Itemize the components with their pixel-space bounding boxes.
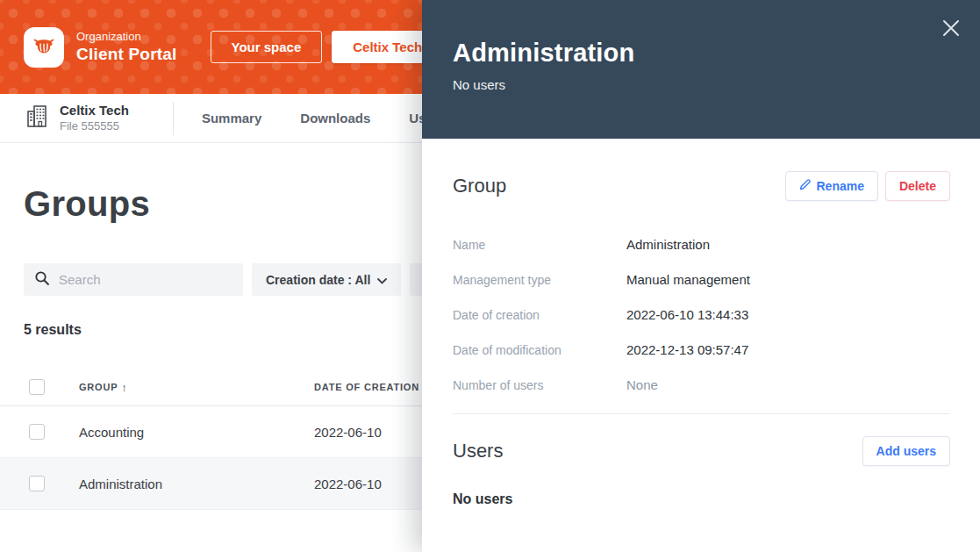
company-name: Celtix Tech <box>60 103 129 119</box>
rename-button[interactable]: Rename <box>785 171 878 201</box>
users-empty-state: No users <box>453 491 950 507</box>
tab-downloads[interactable]: Downloads <box>300 105 370 131</box>
field-number-of-users: Number of users None <box>453 377 950 392</box>
field-label: Number of users <box>453 378 626 392</box>
brand-logo <box>24 27 64 68</box>
company-file-number: File 555555 <box>60 119 129 133</box>
select-all-checkbox[interactable] <box>29 379 45 395</box>
group-actions: Rename Delete <box>785 171 951 201</box>
building-icon <box>26 104 49 133</box>
field-value: 2022-06-10 13:44:33 <box>626 307 748 322</box>
filter-creation-date-label: Creation date : All <box>266 273 370 287</box>
brand-text: Organization Client Portal <box>76 30 177 65</box>
column-group[interactable]: GROUP ↑ <box>79 381 314 394</box>
your-space-button[interactable]: Your space <box>211 31 323 63</box>
panel-body: Group Rename Delete <box>422 139 980 552</box>
search-icon <box>34 270 50 290</box>
delete-button-label: Delete <box>899 179 936 193</box>
company-text: Celtix Tech File 555555 <box>60 103 129 133</box>
field-value: None <box>626 377 658 392</box>
field-label: Name <box>453 238 626 252</box>
field-management-type: Management type Manual management <box>453 272 950 287</box>
pencil-icon <box>799 179 811 193</box>
field-label: Date of creation <box>453 308 626 322</box>
brand: Organization Client Portal <box>24 27 177 68</box>
row-checkbox[interactable] <box>29 424 45 440</box>
panel-subtitle: No users <box>453 77 948 92</box>
field-date-of-modification: Date of modification 2022-12-13 09:57:47 <box>453 342 950 357</box>
field-label: Date of modification <box>453 343 626 357</box>
group-fields: Name Administration Management type Manu… <box>453 237 950 392</box>
field-date-of-creation: Date of creation 2022-06-10 13:44:33 <box>453 307 950 322</box>
section-divider <box>453 413 950 414</box>
group-name-cell: Accounting <box>79 425 314 440</box>
subheader-divider <box>173 102 174 135</box>
header-actions: Your space Celtix Tech <box>211 31 444 63</box>
chevron-down-icon <box>377 273 387 287</box>
tab-summary[interactable]: Summary <box>202 105 261 131</box>
company-info: Celtix Tech File 555555 <box>26 103 129 133</box>
brand-portal-title: Client Portal <box>76 44 177 65</box>
close-panel-button[interactable] <box>936 14 966 44</box>
filter-creation-date[interactable]: Creation date : All <box>252 263 401 296</box>
search-box[interactable] <box>24 263 243 296</box>
add-users-button-label: Add users <box>876 444 936 458</box>
field-label: Management type <box>453 273 626 287</box>
panel-title: Administration <box>453 39 948 68</box>
group-detail-panel: Administration No users Group Rename <box>422 0 980 552</box>
delete-button[interactable]: Delete <box>885 171 950 201</box>
add-users-button[interactable]: Add users <box>862 436 950 466</box>
field-value: 2022-12-13 09:57:47 <box>626 342 748 357</box>
search-input[interactable] <box>59 272 232 287</box>
sort-asc-icon: ↑ <box>121 381 127 394</box>
group-section-header: Group Rename Delete <box>453 171 950 201</box>
field-value: Manual management <box>626 272 750 287</box>
users-section-title: Users <box>453 440 503 462</box>
group-name-cell: Administration <box>79 477 314 491</box>
users-section-header: Users Add users <box>453 436 950 466</box>
row-checkbox[interactable] <box>29 476 45 491</box>
column-group-label: GROUP <box>79 382 118 392</box>
rename-button-label: Rename <box>817 179 864 193</box>
users-section: Users Add users No users <box>453 436 950 507</box>
panel-header: Administration No users <box>422 0 980 139</box>
cauldron-icon <box>31 32 57 62</box>
brand-organization: Organization <box>76 30 177 44</box>
group-section-title: Group <box>453 175 506 197</box>
field-value: Administration <box>626 237 710 252</box>
close-icon <box>941 18 961 40</box>
group-section: Group Rename Delete <box>453 171 950 392</box>
nav-tabs: Summary Downloads Users <box>202 105 446 131</box>
field-name: Name Administration <box>453 237 950 252</box>
